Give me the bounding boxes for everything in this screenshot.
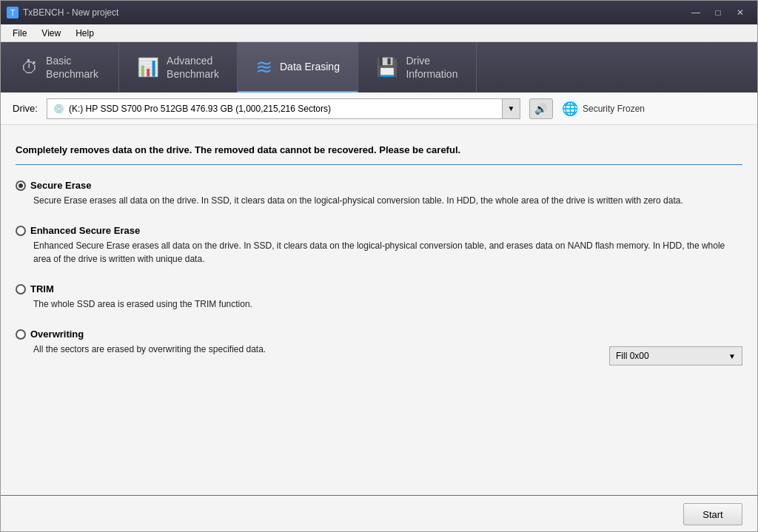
enhanced-secure-erase-title: Enhanced Secure Erase [30, 225, 140, 236]
overwriting-left: Overwriting All the sectors are erased b… [16, 329, 597, 356]
secure-erase-title-row: Secure Erase [16, 180, 742, 191]
overwriting-row: Overwriting All the sectors are erased b… [16, 329, 742, 366]
window-title: TxBENCH - New project [23, 7, 118, 18]
tab-drive-information[interactable]: 💾 Drive Information [358, 42, 477, 92]
secure-erase-radio[interactable] [16, 181, 26, 191]
chart-icon: 📊 [137, 57, 159, 78]
info-icon: 🔊 [534, 103, 547, 115]
enhanced-secure-erase-desc-row: Enhanced Secure Erase erases all data on… [16, 239, 742, 266]
trim-option: TRIM The whole SSD area is erased using … [16, 283, 742, 311]
trim-radio[interactable] [16, 284, 26, 294]
menu-view[interactable]: View [36, 27, 67, 40]
trim-desc-row: The whole SSD area is erased using the T… [16, 297, 742, 311]
enhanced-secure-erase-radio[interactable] [16, 226, 26, 236]
security-status: 🌐 Security Frozen [562, 101, 645, 117]
tab-drive-info-line2: Information [406, 67, 457, 81]
tab-data-erasing[interactable]: ≋ Data Erasing [238, 42, 358, 92]
drive-icon: 💾 [376, 57, 398, 78]
tab-advanced-benchmark-line1: Advanced [167, 54, 219, 67]
tab-basic-benchmark-line2: Benchmark [46, 67, 98, 81]
trim-description: The whole SSD area is erased using the T… [33, 297, 252, 311]
fill-dropdown-arrow-icon: ▼ [728, 352, 736, 360]
enhanced-secure-erase-title-row: Enhanced Secure Erase [16, 225, 742, 236]
tab-data-erasing-label: Data Erasing [280, 60, 340, 73]
overwriting-radio[interactable] [16, 329, 26, 340]
tab-basic-benchmark[interactable]: ⏱ Basic Benchmark [1, 42, 119, 92]
close-button[interactable]: ✕ [729, 5, 751, 20]
drive-select-inner: 💿 (K:) HP SSD S700 Pro 512GB 476.93 GB (… [53, 104, 499, 114]
tab-bar: ⏱ Basic Benchmark 📊 Advanced Benchmark ≋… [1, 42, 757, 92]
menu-help[interactable]: Help [70, 27, 100, 40]
dropdown-arrow-icon: ▼ [502, 99, 520, 118]
drive-area: Drive: 💿 (K:) HP SSD S700 Pro 512GB 476.… [1, 92, 757, 125]
trim-title-row: TRIM [16, 283, 742, 294]
secure-erase-desc-row: Secure Erase erases all data on the driv… [16, 194, 742, 207]
drive-disk-icon: 💿 [53, 104, 64, 114]
title-bar-left: T TxBENCH - New project [7, 7, 118, 18]
drive-info-button[interactable]: 🔊 [529, 98, 553, 119]
trim-title: TRIM [30, 283, 54, 294]
security-globe-icon: 🌐 [562, 101, 578, 117]
drive-select-text: (K:) HP SSD S700 Pro 512GB 476.93 GB (1,… [69, 104, 331, 114]
secure-erase-option: Secure Erase Secure Erase erases all dat… [16, 180, 742, 207]
maximize-button[interactable]: □ [707, 5, 729, 20]
warning-text: Completely removes data on the drive. Th… [16, 137, 742, 165]
overwriting-title: Overwriting [30, 329, 84, 340]
menu-bar: File View Help [1, 24, 757, 42]
fill-dropdown[interactable]: Fill 0x00 ▼ [609, 346, 742, 366]
fill-dropdown-value: Fill 0x00 [616, 351, 649, 361]
enhanced-secure-erase-description: Enhanced Secure Erase erases all data on… [33, 239, 742, 266]
start-button[interactable]: Start [683, 503, 742, 525]
overwriting-option: Overwriting All the sectors are erased b… [16, 329, 742, 366]
main-content: Completely removes data on the drive. Th… [1, 125, 757, 495]
enhanced-secure-erase-option: Enhanced Secure Erase Enhanced Secure Er… [16, 225, 742, 266]
secure-erase-description: Secure Erase erases all data on the driv… [33, 194, 683, 207]
content-wrapper: Completely removes data on the drive. Th… [1, 125, 757, 532]
overwriting-desc-row: All the sectors are erased by overwritin… [16, 343, 597, 356]
app-icon: T [7, 7, 19, 18]
clock-icon: ⏱ [21, 57, 38, 78]
drive-label: Drive: [13, 103, 38, 114]
bottom-area: Start [1, 495, 757, 532]
security-status-label: Security Frozen [583, 104, 645, 114]
erasing-icon: ≋ [255, 55, 272, 79]
tab-advanced-benchmark-line2: Benchmark [167, 67, 219, 81]
tab-drive-info-line1: Drive [406, 54, 457, 67]
overwriting-description: All the sectors are erased by overwritin… [33, 343, 266, 356]
tab-advanced-benchmark[interactable]: 📊 Advanced Benchmark [119, 42, 238, 92]
window-controls: — □ ✕ [685, 5, 751, 20]
minimize-button[interactable]: — [685, 5, 707, 20]
title-bar: T TxBENCH - New project — □ ✕ [1, 1, 757, 24]
drive-selector[interactable]: 💿 (K:) HP SSD S700 Pro 512GB 476.93 GB (… [47, 98, 520, 119]
overwriting-title-row: Overwriting [16, 329, 597, 340]
secure-erase-title: Secure Erase [30, 180, 91, 191]
tab-basic-benchmark-line1: Basic [46, 54, 98, 67]
menu-file[interactable]: File [7, 27, 33, 40]
